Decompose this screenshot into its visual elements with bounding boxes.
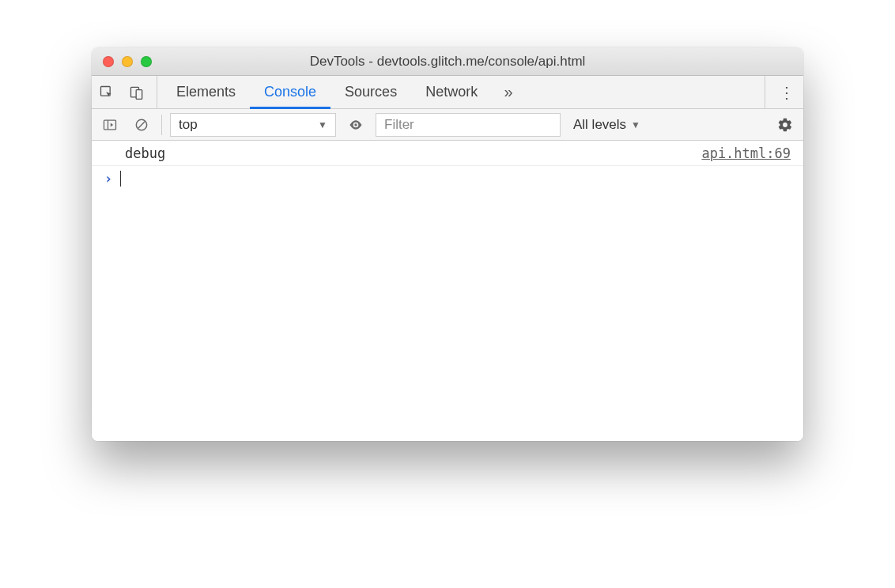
live-expression-icon[interactable] — [344, 113, 368, 137]
svg-line-6 — [138, 121, 145, 127]
device-toggle-icon[interactable] — [122, 76, 152, 108]
separator — [157, 76, 157, 108]
svg-rect-2 — [136, 89, 142, 99]
devtools-window: DevTools - devtools.glitch.me/console/ap… — [92, 47, 803, 441]
separator — [765, 76, 765, 108]
text-cursor — [120, 171, 121, 187]
tab-network[interactable]: Network — [411, 76, 492, 108]
inspect-element-icon[interactable] — [92, 76, 122, 108]
levels-label: All levels — [573, 117, 626, 133]
toggle-sidebar-icon[interactable] — [98, 113, 122, 137]
message-text: debug — [104, 145, 165, 161]
chevron-down-icon: ▼ — [631, 119, 640, 130]
svg-rect-3 — [104, 120, 116, 130]
kebab-menu-icon[interactable]: ⋮ — [770, 76, 803, 108]
console-output: debug api.html:69 › — [92, 141, 803, 441]
panel-tab-bar: Elements Console Sources Network » ⋮ — [92, 76, 803, 109]
prompt-chevron-icon: › — [104, 171, 112, 187]
log-levels-selector[interactable]: All levels ▼ — [568, 117, 645, 133]
console-settings-icon[interactable] — [773, 113, 797, 137]
chevron-down-icon: ▼ — [318, 119, 327, 130]
close-window-button[interactable] — [103, 56, 114, 67]
tab-elements[interactable]: Elements — [162, 76, 250, 108]
tab-sources[interactable]: Sources — [330, 76, 411, 108]
message-source-link[interactable]: api.html:69 — [701, 145, 791, 161]
more-tabs-button[interactable]: » — [492, 76, 525, 108]
tab-console[interactable]: Console — [250, 76, 330, 108]
context-selector[interactable]: top ▼ — [170, 113, 336, 137]
minimize-window-button[interactable] — [122, 56, 133, 67]
console-toolbar: top ▼ All levels ▼ — [92, 109, 803, 141]
console-prompt[interactable]: › — [92, 166, 803, 191]
titlebar: DevTools - devtools.glitch.me/console/ap… — [92, 47, 803, 76]
clear-console-icon[interactable] — [130, 113, 153, 137]
filter-input[interactable] — [376, 113, 561, 137]
window-title: DevTools - devtools.glitch.me/console/ap… — [92, 54, 803, 70]
traffic-lights — [92, 56, 152, 67]
separator — [161, 115, 162, 135]
context-value: top — [179, 117, 198, 133]
console-message-row: debug api.html:69 — [92, 141, 803, 166]
zoom-window-button[interactable] — [141, 56, 152, 67]
